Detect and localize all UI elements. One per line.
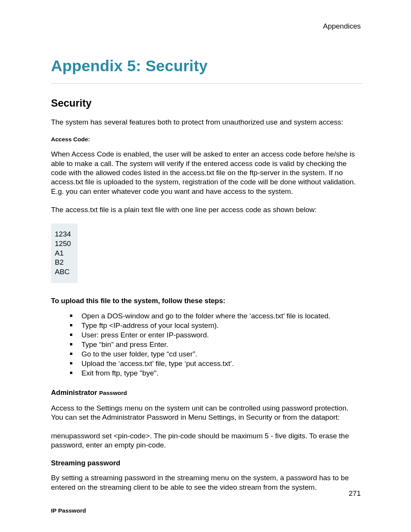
list-item: Type “bin” and press Enter. (70, 340, 362, 349)
admin-paragraph-2: menupassword set <pin-code>. The pin-cod… (51, 431, 362, 450)
list-item: Go to the user folder, type “cd user”. (70, 349, 362, 359)
streaming-password-heading: Streaming password (51, 459, 362, 467)
intro-paragraph: The system has several features both to … (51, 118, 362, 127)
code-line: A1 (55, 249, 71, 258)
upload-steps-list: Open a DOS-window and go to the folder w… (51, 311, 362, 378)
code-line: ABC (55, 267, 71, 277)
streaming-paragraph: By setting a streaming password in the s… (51, 473, 362, 492)
header-section-label: Appendices (51, 22, 361, 30)
access-code-heading: Access Code: (51, 136, 362, 143)
upload-steps-heading: To upload this file to the system, follo… (51, 297, 362, 305)
page-number: 271 (349, 489, 361, 498)
list-item: User: press Enter or enter IP-password. (70, 330, 362, 340)
access-codes-example: 1234 1250 A1 B2 ABC (51, 224, 78, 283)
divider (51, 83, 362, 84)
ip-password-heading: IP Password (51, 507, 362, 514)
code-line: B2 (55, 258, 71, 267)
admin-password-heading: Administrator Password (51, 388, 362, 397)
admin-heading-part2: Password (99, 390, 127, 396)
section-title: Security (51, 97, 362, 109)
list-item: Upload the ‘access.txt’ file, type ‘put … (70, 359, 362, 368)
list-item: Exit from ftp, type "bye". (70, 368, 362, 378)
code-line: 1250 (55, 239, 71, 249)
list-item: Open a DOS-window and go to the folder w… (70, 311, 362, 321)
list-item: Type ftp <IP-address of your local syste… (70, 321, 362, 330)
admin-paragraph-1: Access to the Settings menu on the syste… (51, 404, 362, 422)
access-code-paragraph-1: When Access Code is enabled, the user wi… (51, 150, 362, 196)
admin-heading-part1: Administrator (51, 388, 99, 396)
document-page: Appendices Appendix 5: Security Security… (0, 0, 411, 532)
appendix-title: Appendix 5: Security (51, 57, 362, 75)
code-line: 1234 (55, 230, 71, 239)
access-code-paragraph-2: The access.txt file is a plain text file… (51, 205, 362, 214)
